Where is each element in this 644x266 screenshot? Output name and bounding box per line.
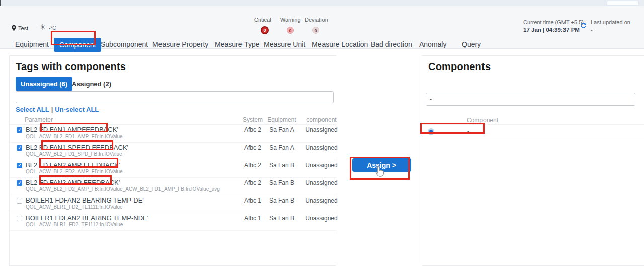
system-cell: Afbc 1: [237, 197, 268, 204]
system-cell: Afbc 1: [237, 215, 268, 222]
equipment-cell: Sa Fan B: [265, 197, 298, 204]
equipment-cell: Sa Fan A: [265, 126, 298, 134]
parameter-name: BOILER1 FDFAN2 BEARING TEMP-DE': [26, 196, 144, 204]
system-cell: Afbc 2: [237, 144, 268, 151]
row-checkbox[interactable]: [17, 180, 22, 186]
topbar-tab: [607, 1, 639, 6]
last-updated-label: Last updated on: [591, 19, 630, 25]
critical-count-badge: 0: [261, 26, 269, 34]
tab-query[interactable]: Query: [462, 40, 481, 48]
tab-assigned[interactable]: Assigned (2): [72, 80, 111, 88]
column-header-equipment: Equipment: [265, 116, 298, 123]
tab-subcomponent[interactable]: Subcomponent: [101, 40, 148, 48]
equipment-cell: Sa Fan A: [265, 144, 298, 151]
hand-cursor-icon: [373, 165, 386, 178]
table-header: Parameter System Equipment component: [10, 115, 337, 125]
weather-sun-icon: ☀: [39, 23, 46, 32]
component-cell: Unassigned: [299, 179, 344, 186]
parameter-name: BL2 FD FAN1 SPEED FEEDBACK': [26, 144, 128, 151]
table-row: BL2 FD FAN1 AMPFEEDBACK' QOL_ACW_BL2_FD1…: [10, 125, 337, 143]
tab-unassigned[interactable]: Unassigned (6): [16, 77, 72, 91]
component-cell: Unassigned: [299, 197, 344, 204]
parameter-name: BL2 FD FAN2 AMP FEEDBACK': [26, 179, 120, 186]
current-time-label: Current time (GMT +5.5): [523, 19, 584, 25]
component-row: -: [422, 125, 644, 139]
row-checkbox[interactable]: [17, 145, 22, 151]
system-cell: Afbc 2: [237, 179, 268, 186]
deviation-count-badge: 0: [312, 27, 319, 34]
table-row: BL2 FD FAN2 AMP FEEDBACK' QOL_ACW_BL2_FD…: [10, 160, 337, 178]
table-row: BOILER1 FDFAN2 BEARING TEMP-NDE' QOL_ACW…: [10, 213, 337, 231]
component-cell: Unassigned: [299, 126, 344, 134]
tab-measure-type[interactable]: Measure Type: [215, 40, 259, 48]
component-cell: Unassigned: [299, 162, 344, 169]
tab-anomaly[interactable]: Anomaly: [419, 40, 446, 48]
tab-bad-direction[interactable]: Bad direction: [371, 40, 412, 48]
components-panel-title: Components: [428, 61, 491, 73]
location-pin-icon: [11, 25, 17, 31]
select-all-link[interactable]: Select ALL: [16, 106, 49, 113]
tab-component[interactable]: Component: [54, 38, 101, 52]
components-panel: Components Component -: [422, 55, 644, 266]
components-table-header: Component: [422, 115, 644, 125]
app-screen: Test ☀ -°C Critical Warning Deviation 0 …: [0, 0, 644, 266]
system-cell: Afbc 2: [237, 126, 268, 134]
column-header-parameter: Parameter: [25, 116, 53, 123]
parameter-tag: QOL_ACW_BL2_FD1_AMP_FB:In.IOValue: [26, 134, 123, 139]
component-value: -: [462, 128, 474, 135]
parameter-tag: QOL_ACW_BLR1_FD2_TE1112:In.IOValue: [26, 222, 123, 227]
warning-label: Warning: [280, 17, 301, 23]
row-checkbox[interactable]: [17, 163, 22, 168]
tags-panel-title: Tags with components: [16, 61, 126, 73]
row-checkbox[interactable]: [17, 127, 22, 133]
component-search-input[interactable]: [426, 93, 635, 106]
column-header-system: System: [237, 116, 268, 123]
tags-search-input[interactable]: [16, 91, 334, 103]
header-bar: Test ☀ -°C Critical Warning Deviation 0 …: [0, 6, 644, 49]
parameter-tag: QOL_ACW_BLR1_FD2_TE1111:In.IOValue: [26, 204, 123, 210]
row-checkbox[interactable]: [17, 216, 22, 221]
table-row: BOILER1 FDFAN2 BEARING TEMP-DE' QOL_ACW_…: [10, 195, 337, 213]
parameter-tag: QOL_ACW_BL2_FD1_SPD_FB:In.IOValue: [26, 151, 122, 157]
component-cell: Unassigned: [299, 144, 344, 151]
row-checkbox[interactable]: [17, 198, 22, 204]
parameter-tag: QOL_ACW_BL2_FD2_AMP_FB:In.IOValue_ACW_BL…: [26, 186, 220, 192]
column-header-component: component: [299, 116, 344, 123]
parameter-name: BOILER1 FDFAN2 BEARING TEMP-NDE': [26, 214, 148, 222]
tab-measure-unit[interactable]: Measure Unit: [264, 40, 305, 48]
refresh-icon[interactable]: [580, 22, 587, 29]
deviation-label: Deviation: [305, 17, 328, 23]
table-row: BL2 FD FAN2 AMP FEEDBACK' QOL_ACW_BL2_FD…: [10, 178, 337, 195]
critical-label: Critical: [254, 17, 271, 23]
system-cell: Afbc 2: [237, 162, 268, 169]
component-radio[interactable]: [428, 128, 434, 135]
tags-panel: Tags with components Unassigned (6) Assi…: [9, 55, 336, 266]
warning-count-badge: 0: [287, 27, 294, 34]
top-strip: [0, 0, 644, 6]
component-cell: Unassigned: [299, 215, 344, 222]
parameter-name: BL2 FD FAN1 AMPFEEDBACK': [26, 126, 118, 134]
tab-equipment[interactable]: Equipment: [15, 40, 49, 48]
equipment-cell: Sa Fan B: [265, 179, 298, 186]
link-divider: |: [49, 106, 55, 113]
current-time-value: 17 Jan | 04:39:37 PM: [523, 27, 580, 33]
tab-measure-property[interactable]: Measure Property: [152, 40, 208, 48]
table-row: BL2 FD FAN1 SPEED FEEDBACK' QOL_ACW_BL2_…: [10, 143, 337, 160]
tab-measure-location[interactable]: Measure Location: [312, 40, 368, 48]
location-label: Test: [18, 25, 28, 31]
equipment-cell: Sa Fan B: [265, 215, 298, 222]
temperature-label: -°C: [49, 25, 56, 31]
column-header-component: Component: [432, 117, 533, 124]
parameter-name: BL2 FD FAN2 AMP FEEDBACK': [26, 161, 120, 169]
selection-links: Select ALL|Un-select ALL: [16, 106, 99, 113]
equipment-cell: Sa Fan B: [265, 162, 298, 169]
unselect-all-link[interactable]: Un-select ALL: [55, 106, 99, 113]
last-updated-value: -: [591, 27, 593, 33]
parameter-tag: QOL_ACW_BL2_FD2_AMP_FB:In.IOValue: [26, 169, 123, 174]
